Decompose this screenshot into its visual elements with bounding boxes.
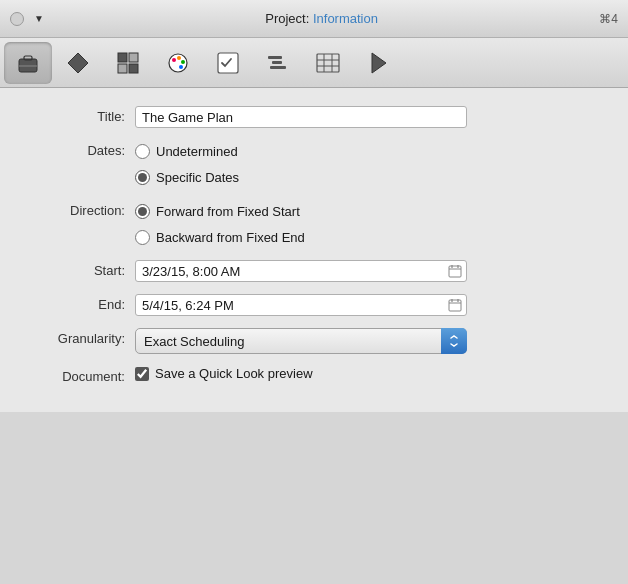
dates-row: Dates: Undetermined Specific Dates (20, 140, 608, 188)
end-content (135, 294, 608, 316)
start-content (135, 260, 608, 282)
start-calendar-icon[interactable] (447, 263, 463, 279)
window-controls: ▼ (10, 12, 44, 26)
svg-rect-4 (118, 53, 127, 62)
close-button[interactable] (10, 12, 24, 26)
document-row: Document: Save a Quick Look preview (20, 366, 608, 384)
dates-undetermined-row: Undetermined (135, 140, 608, 162)
start-date-wrap (135, 260, 467, 282)
grid-icon (114, 49, 142, 77)
granularity-label: Granularity: (20, 328, 135, 346)
document-content: Save a Quick Look preview (135, 366, 608, 381)
dates-undetermined-radio[interactable] (135, 144, 150, 159)
toolbar-btn-briefcase[interactable] (4, 42, 52, 84)
start-date-input[interactable] (135, 260, 467, 282)
svg-rect-15 (272, 61, 282, 64)
direction-backward-radio[interactable] (135, 230, 150, 245)
window-title: Project: Information (44, 11, 599, 26)
briefcase-icon (14, 49, 42, 77)
svg-rect-16 (270, 66, 286, 69)
toolbar-btn-checklist[interactable] (204, 42, 252, 84)
title-suffix: Information (313, 11, 378, 26)
titlebar: ▼ Project: Information ⌘4 (0, 0, 628, 38)
end-row: End: (20, 294, 608, 316)
granularity-select[interactable]: Exact Scheduling Hour Day Week (135, 328, 467, 354)
table-icon (314, 49, 342, 77)
svg-point-9 (172, 58, 176, 62)
direction-content: Forward from Fixed Start Backward from F… (135, 200, 608, 248)
svg-rect-14 (268, 56, 282, 59)
svg-rect-27 (449, 300, 461, 311)
toolbar-btn-gantt[interactable] (254, 42, 302, 84)
dates-specific-row: Specific Dates (135, 166, 608, 188)
start-row: Start: (20, 260, 608, 282)
direction-backward-label: Backward from Fixed End (156, 230, 305, 245)
title-input[interactable] (135, 106, 467, 128)
title-content (135, 106, 608, 128)
svg-rect-5 (129, 53, 138, 62)
dates-label: Dates: (20, 140, 135, 158)
start-label: Start: (20, 260, 135, 278)
document-checkbox[interactable] (135, 367, 149, 381)
direction-backward-row: Backward from Fixed End (135, 226, 608, 248)
palette-icon (164, 49, 192, 77)
svg-rect-23 (449, 266, 461, 277)
document-checkbox-row: Save a Quick Look preview (135, 366, 608, 381)
end-calendar-icon[interactable] (447, 297, 463, 313)
svg-point-11 (181, 60, 185, 64)
toolbar (0, 38, 628, 88)
dates-specific-radio[interactable] (135, 170, 150, 185)
svg-point-10 (177, 56, 181, 60)
svg-rect-6 (118, 64, 127, 73)
dates-undetermined-label: Undetermined (156, 144, 238, 159)
svg-point-12 (179, 65, 183, 69)
end-date-input[interactable] (135, 294, 467, 316)
direction-forward-radio[interactable] (135, 204, 150, 219)
toolbar-btn-table[interactable] (304, 42, 352, 84)
direction-label: Direction: (20, 200, 135, 218)
toolbar-btn-diamond[interactable] (54, 42, 102, 84)
diamond-icon (64, 49, 92, 77)
toolbar-btn-grid[interactable] (104, 42, 152, 84)
granularity-row: Granularity: Exact Scheduling Hour Day W… (20, 328, 608, 354)
document-label: Document: (20, 366, 135, 384)
direction-row: Direction: Forward from Fixed Start Back… (20, 200, 608, 248)
dates-specific-label: Specific Dates (156, 170, 239, 185)
dates-content: Undetermined Specific Dates (135, 140, 608, 188)
end-date-wrap (135, 294, 467, 316)
end-label: End: (20, 294, 135, 312)
checklist-icon (214, 49, 242, 77)
keyboard-shortcut: ⌘4 (599, 12, 618, 26)
granularity-select-wrap: Exact Scheduling Hour Day Week (135, 328, 467, 354)
svg-rect-17 (317, 54, 339, 72)
title-label: Title: (20, 106, 135, 124)
form-area: Title: Dates: Undetermined Specific Date… (0, 88, 628, 412)
direction-forward-label: Forward from Fixed Start (156, 204, 300, 219)
svg-rect-1 (24, 56, 32, 60)
svg-marker-3 (68, 53, 88, 73)
disclosure-arrow[interactable]: ▼ (34, 13, 44, 24)
svg-marker-22 (372, 53, 386, 73)
toolbar-btn-export[interactable] (354, 42, 402, 84)
gantt-icon (264, 49, 292, 77)
title-row: Title: (20, 106, 608, 128)
svg-rect-7 (129, 64, 138, 73)
export-icon (364, 49, 392, 77)
title-prefix: Project: (265, 11, 313, 26)
document-checkbox-label: Save a Quick Look preview (155, 366, 313, 381)
granularity-content: Exact Scheduling Hour Day Week (135, 328, 608, 354)
direction-forward-row: Forward from Fixed Start (135, 200, 608, 222)
toolbar-btn-palette[interactable] (154, 42, 202, 84)
